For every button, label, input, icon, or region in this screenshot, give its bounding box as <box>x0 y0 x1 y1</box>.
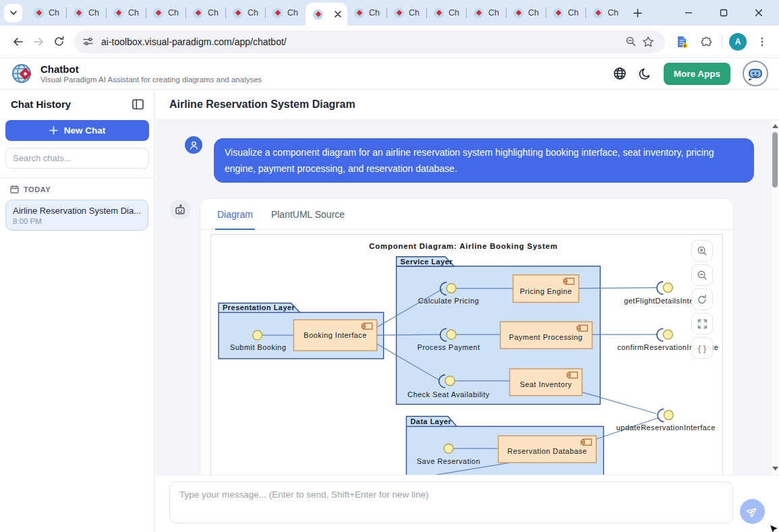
toolbar-divider <box>722 35 722 49</box>
diagram-card: Diagram PlantUML Source Component Diagra… <box>200 198 734 475</box>
magnifier-icon <box>625 36 637 47</box>
back-button[interactable] <box>8 32 28 52</box>
zoom-out-button[interactable] <box>691 264 713 286</box>
chevron-down-icon <box>9 9 18 17</box>
component-label: Payment Processing <box>509 333 583 341</box>
scroll-down-icon <box>772 467 778 471</box>
browser-window: Ch Ch Ch Ch Ch Ch Ch Ch Ch Ch Ch Ch Ch C… <box>0 0 779 532</box>
component-booking-interface: Booking Interface <box>293 320 376 351</box>
zoom-in-button[interactable] <box>691 240 713 262</box>
maximize-icon <box>720 9 728 17</box>
zoom-level-button[interactable] <box>622 33 639 51</box>
maximize-button[interactable] <box>720 9 728 17</box>
calendar-icon <box>10 185 19 194</box>
browser-tab[interactable]: Ch <box>67 0 107 26</box>
diagram-card-tabs: Diagram PlantUML Source <box>200 199 733 230</box>
zoom-reset-button[interactable] <box>691 289 713 310</box>
back-arrow-icon <box>12 36 24 48</box>
browser-tab[interactable]: Ch <box>427 0 467 26</box>
mouse-cursor <box>770 523 779 532</box>
component-payment-processing: Payment Processing <box>500 322 592 349</box>
browser-tab[interactable]: Ch <box>27 0 67 26</box>
browser-tab-active[interactable] <box>306 3 347 26</box>
fullscreen-button[interactable] <box>691 313 713 334</box>
component-diagram: Component Diagram: Airline Booking Syste… <box>211 235 723 475</box>
message-input[interactable] <box>169 481 733 523</box>
close-icon <box>755 9 763 17</box>
browser-tab[interactable]: Ch <box>586 0 626 26</box>
chatbot-widget-button[interactable] <box>743 61 768 86</box>
scroll-up-button[interactable] <box>771 121 779 131</box>
component-label: Reservation Database <box>507 447 587 455</box>
browser-tab[interactable]: Ch <box>266 0 306 26</box>
package-label: Presentation Layer <box>223 303 295 312</box>
close-button[interactable] <box>755 9 763 17</box>
tab-diagram[interactable]: Diagram <box>217 199 253 229</box>
vp-favicon-icon <box>593 8 603 18</box>
browser-tab[interactable]: Ch <box>546 0 586 26</box>
vp-favicon-icon <box>354 8 364 18</box>
scroll-up-icon <box>772 124 778 128</box>
site-settings-icon[interactable] <box>82 36 94 47</box>
fit-to-screen-button[interactable]: { } <box>691 337 713 359</box>
browser-tab[interactable]: Ch <box>467 0 507 26</box>
app-subtitle: Visual Paradigm AI Assistant for creatin… <box>40 75 262 84</box>
search-input[interactable] <box>5 148 149 169</box>
new-chat-button[interactable]: New Chat <box>5 120 149 141</box>
reading-list-button[interactable] <box>673 33 691 51</box>
reload-button[interactable] <box>49 32 69 52</box>
browser-tab[interactable]: Ch <box>387 0 427 26</box>
vp-favicon-icon <box>113 8 123 18</box>
profile-avatar[interactable]: A <box>729 33 747 51</box>
address-bar[interactable]: ai-toolbox.visual-paradigm.com/app/chatb… <box>74 30 665 53</box>
tab-plantuml-source[interactable]: PlantUML Source <box>271 199 345 229</box>
vp-favicon-icon <box>313 9 323 20</box>
tab-close-icon[interactable] <box>335 11 341 18</box>
page-title: Airline Reservation System Diagram <box>169 98 355 111</box>
messages-scrollbar[interactable] <box>770 120 779 475</box>
scroll-down-button[interactable] <box>771 464 779 473</box>
app-title: Chatbot <box>40 63 262 75</box>
robot-icon <box>174 204 186 216</box>
diagram-viewport[interactable]: Component Diagram: Airline Booking Syste… <box>210 234 723 475</box>
browser-tab[interactable]: Ch <box>347 0 387 26</box>
today-section-header: TODAY <box>0 178 154 198</box>
url-text[interactable]: ai-toolbox.visual-paradigm.com/app/chatb… <box>101 36 622 47</box>
chat-item-title: Airline Reservation System Dia... <box>13 206 141 216</box>
toolbar-right: A <box>670 33 771 51</box>
language-button[interactable] <box>613 67 627 80</box>
browser-toolbar: ai-toolbox.visual-paradigm.com/app/chatb… <box>0 26 779 58</box>
send-plane-icon <box>747 506 758 517</box>
browser-tab[interactable]: Ch <box>226 0 266 26</box>
package-label: Data Layer <box>410 417 451 425</box>
browser-menu-button[interactable] <box>753 33 771 51</box>
kebab-menu-icon <box>757 36 768 47</box>
browser-tab[interactable]: Ch <box>186 0 226 26</box>
chat-history-sidebar: Chat History New Chat TODAY Airline Rese… <box>0 90 154 532</box>
browser-tab[interactable]: Ch <box>507 0 546 26</box>
bookmark-button[interactable] <box>639 33 657 51</box>
tab-search-button[interactable] <box>4 4 22 22</box>
dark-mode-button[interactable] <box>639 67 652 80</box>
browser-tab[interactable]: Ch <box>146 0 186 26</box>
extensions-button[interactable] <box>697 33 715 51</box>
more-apps-button[interactable]: More Apps <box>664 63 730 85</box>
component-seat-inventory: Seat Inventory <box>510 369 582 396</box>
plus-icon <box>49 126 58 135</box>
browser-tab[interactable]: Ch <box>107 0 146 26</box>
new-tab-button[interactable] <box>629 4 646 22</box>
vp-globe-icon <box>11 62 34 85</box>
fit-brackets-icon: { } <box>698 343 706 353</box>
vp-favicon-icon <box>74 8 84 18</box>
app-header: Chatbot Visual Paradigm AI Assistant for… <box>0 58 779 90</box>
browser-tab-strip: Ch Ch Ch Ch Ch Ch Ch Ch Ch Ch Ch Ch Ch C… <box>0 0 779 26</box>
sidebar-title: Chat History <box>11 98 71 110</box>
diagram-title: Component Diagram: Airline Booking Syste… <box>369 242 558 250</box>
forward-button[interactable] <box>28 32 49 52</box>
send-button[interactable] <box>740 499 765 524</box>
minimize-button[interactable] <box>685 9 693 17</box>
collapse-sidebar-icon[interactable] <box>132 99 144 110</box>
scrollbar-thumb[interactable] <box>772 132 778 187</box>
chat-history-item[interactable]: Airline Reservation System Dia... 8:00 P… <box>5 200 148 231</box>
globe-icon <box>613 67 627 80</box>
